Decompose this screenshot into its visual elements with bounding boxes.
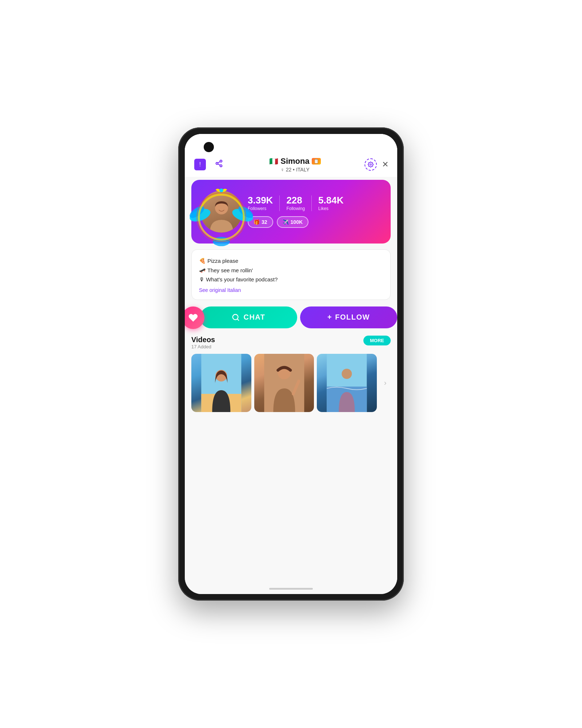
gifts-icon: 🎁 (254, 219, 260, 225)
videos-title-group: Videos 17 Added (191, 336, 215, 349)
action-buttons: CHAT + FOLLOW (200, 306, 397, 328)
stats-numbers: 3.39K Followers 228 Following 5.84K Like… (248, 195, 383, 211)
profile-name-row: 🇮🇹 Simona 📋 (226, 157, 364, 166)
likes-count: 5.84K (318, 195, 343, 205)
bio-card: 🍕 Pizza please 🛹 They see me rollin' 🎙 W… (191, 249, 391, 300)
video-thumbnail-3[interactable] (317, 354, 377, 412)
gender-icon: ♀ (280, 167, 284, 173)
translate-link[interactable]: See original Italian (199, 287, 383, 293)
verified-icon: 📋 (312, 158, 321, 165)
videos-title: Videos (191, 336, 215, 344)
settings-button[interactable] (364, 158, 377, 171)
stat-badges: 🎁 32 ✈️ 100K (248, 216, 383, 228)
gifts-count: 32 (262, 219, 267, 225)
more-videos-indicator: › (380, 354, 391, 412)
fans-count: 100K (291, 219, 303, 225)
videos-section: Videos 17 Added MORE (191, 336, 391, 412)
chat-label: CHAT (243, 313, 265, 321)
stat-followers: 3.39K Followers (248, 195, 280, 211)
avatar (200, 191, 242, 233)
bio-line-1: 🍕 Pizza please (199, 256, 383, 266)
profile-name: Simona (280, 157, 309, 166)
gifts-badge[interactable]: 🎁 32 (248, 216, 273, 228)
follow-plus: + (327, 313, 332, 321)
svg-line-16 (238, 319, 239, 320)
phone-screen: ! 🇮🇹 Sim (185, 134, 397, 594)
videos-count: 17 Added (191, 344, 215, 349)
svg-point-5 (370, 164, 371, 165)
video-thumbnail-1[interactable] (191, 354, 251, 412)
stat-following: 228 Following (280, 195, 312, 211)
bio-line-3: 🎙 What's your favorite podcast? (199, 275, 383, 284)
share-button[interactable] (212, 158, 226, 171)
avatar-container (195, 191, 248, 233)
chat-button[interactable]: CHAT (200, 306, 297, 328)
video-thumbnail-2[interactable] (254, 354, 314, 412)
flag-icon: 🇮🇹 (269, 157, 278, 166)
share-icon (215, 159, 223, 170)
home-indicator (269, 588, 313, 590)
avatar-photo (200, 191, 242, 233)
top-bar-left: ! (194, 158, 226, 171)
svg-point-25 (342, 369, 352, 379)
action-row: CHAT + FOLLOW (185, 306, 397, 328)
following-count: 228 (286, 195, 305, 205)
stats-card: 3.39K Followers 228 Following 5.84K Like… (191, 180, 391, 244)
fans-icon: ✈️ (283, 219, 289, 225)
close-button[interactable]: ✕ (382, 160, 388, 169)
stat-likes: 5.84K Likes (312, 195, 350, 211)
svg-line-4 (218, 162, 220, 163)
svg-point-11 (213, 237, 230, 246)
likes-label: Likes (318, 206, 343, 211)
camera-hole (204, 142, 214, 152)
profile-subtitle: ♀ 22 • ITALY (226, 167, 364, 173)
bio-line-2: 🛹 They see me rollin' (199, 266, 383, 275)
followers-label: Followers (248, 206, 273, 211)
top-bar: ! 🇮🇹 Sim (185, 134, 397, 177)
following-label: Following (286, 206, 305, 211)
alert-button[interactable]: ! (194, 158, 207, 171)
stats-info: 3.39K Followers 228 Following 5.84K Like… (248, 195, 383, 228)
svg-line-3 (218, 164, 220, 165)
follow-button[interactable]: + FOLLOW (300, 306, 397, 328)
follow-label: FOLLOW (335, 313, 370, 321)
videos-header: Videos 17 Added MORE (191, 336, 391, 349)
fans-badge[interactable]: ✈️ 100K (277, 216, 308, 228)
followers-count: 3.39K (248, 195, 273, 205)
profile-header: 🇮🇹 Simona 📋 ♀ 22 • ITALY (226, 157, 364, 173)
shield-icon: ! (194, 159, 206, 170)
top-bar-right: ✕ (364, 158, 388, 171)
video-grid: › (191, 354, 391, 412)
more-videos-button[interactable]: MORE (363, 336, 391, 345)
screen-content: ! 🇮🇹 Sim (185, 134, 397, 594)
